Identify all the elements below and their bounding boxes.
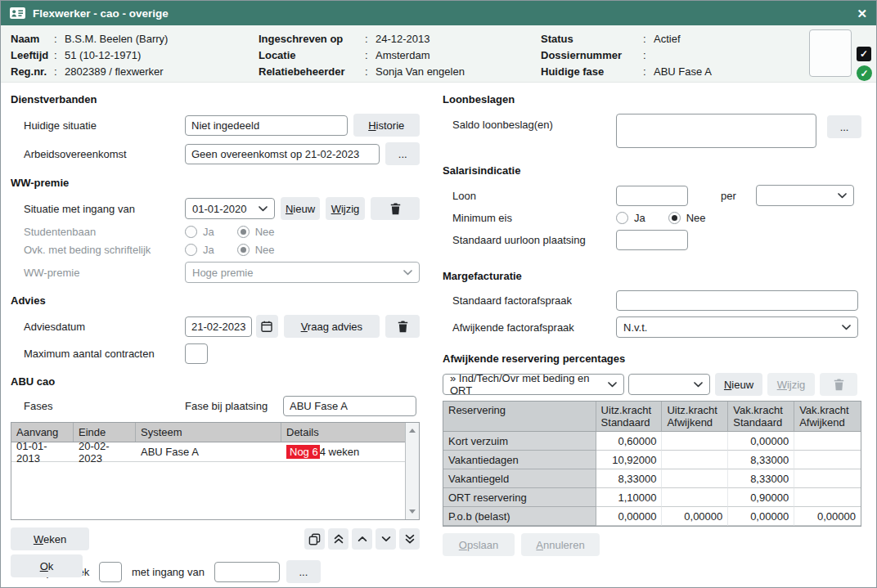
col-vakkracht-standaard[interactable]: Vak.krachtStandaard (728, 402, 794, 431)
info-relatiebeheerder: Relatiebeheerder:Sonja Van engelen (259, 64, 465, 79)
move-first-button[interactable] (328, 528, 349, 550)
col-uitzkracht-afwijkend[interactable]: Uitz.krachtAfwijkend (662, 402, 728, 431)
chevron-down-icon (259, 206, 268, 212)
afwijkende-factorafspraak-label: Afwijkende factorafspraak (443, 321, 616, 334)
table-row[interactable]: ORT reservering 1,10000 0,90000 (443, 488, 861, 507)
situatie-ingang-label: Situatie met ingang van (11, 203, 185, 215)
reservering-table-header: Reservering Uitz.krachtStandaard Uitz.kr… (443, 402, 861, 432)
per-label: per (721, 190, 736, 202)
col-vakkracht-afwijkend[interactable]: Vak.krachtAfwijkend (794, 402, 861, 431)
loon-input[interactable] (616, 186, 688, 206)
section-loonbeslagen: Loonbeslagen Saldo loonbeslag(en) ... (443, 93, 861, 148)
annuleren-button[interactable]: Annuleren (521, 533, 600, 556)
huidige-situatie-input[interactable] (185, 115, 348, 136)
cao-periodiek-datum-input[interactable] (214, 562, 280, 582)
trash-icon (834, 379, 844, 391)
afwijkende-factorafspraak-select[interactable]: N.v.t. (616, 316, 858, 338)
minimum-eis-label: Minimum eis (443, 212, 616, 224)
right-column: Loonbeslagen Saldo loonbeslag(en) ... Sa… (443, 93, 861, 568)
situatie-ingang-select[interactable]: 01-01-2020 (185, 198, 275, 219)
col-systeem[interactable]: Systeem (136, 423, 281, 442)
dialog-body: Dienstverbanden Huidige situatie Histori… (1, 83, 876, 588)
info-dossiernummer: Dossiernummer: (541, 47, 712, 63)
studentenbaan-label: Studentenbaan (11, 226, 185, 238)
fases-table-scrollbar[interactable] (405, 423, 419, 519)
arbeidsovereenkomst-input[interactable] (185, 144, 380, 164)
green-check-icon: ✓ (857, 65, 872, 81)
advies-delete-button[interactable] (385, 315, 420, 338)
col-reservering[interactable]: Reservering (443, 402, 596, 431)
ok-button[interactable]: Ok (11, 554, 83, 577)
per-select[interactable] (756, 185, 854, 206)
chevron-down-icon (608, 382, 617, 388)
ovk-nee-radio[interactable] (237, 244, 250, 256)
cao-periodiek-more-button[interactable]: ... (286, 560, 321, 583)
move-down-button[interactable] (376, 528, 396, 550)
col-details[interactable]: Details (281, 423, 406, 442)
black-checkbox-checked[interactable]: ✓ (857, 47, 871, 61)
info-huidige-fase: Huidige fase:ABU Fase A (541, 64, 712, 79)
info-locatie: Locatie:Amsterdam (259, 47, 465, 63)
ww-nieuw-button[interactable]: Nieuw (281, 197, 320, 220)
table-row[interactable]: Vakantiegeld 8,33000 8,33000 (443, 469, 861, 488)
section-heading: Advies (11, 294, 420, 307)
calendar-button[interactable] (256, 315, 278, 338)
move-up-button[interactable] (352, 528, 372, 550)
flexwerker-dialog: Flexwerker - cao - overige ✕ Naam:B.S.M.… (0, 0, 877, 588)
table-row[interactable]: Vakantiedagen 10,92000 8,33000 (443, 451, 861, 469)
fases-table-row[interactable]: 01-01-2013 20-02-2023 ABU Fase A Nog 64 … (11, 442, 419, 462)
standaard-factorafspraak-input[interactable] (616, 290, 858, 311)
table-row[interactable]: P.o.b (belast) 0,00000 0,00000 0,00000 0… (443, 507, 861, 526)
left-column: Dienstverbanden Huidige situatie Histori… (11, 93, 420, 588)
fases-nav-icons (304, 528, 420, 550)
ovk-ja-radio[interactable] (185, 244, 197, 256)
saldo-loonbeslag-label: Saldo loonbeslag(en) (443, 114, 616, 131)
standaard-uurloon-input[interactable] (616, 230, 688, 250)
info-ingeschreven: Ingeschreven op:24-12-2013 (259, 31, 465, 47)
section-heading: Salarisindicatie (443, 164, 861, 177)
opslaan-button[interactable]: Opslaan (443, 533, 515, 556)
copy-button[interactable] (304, 528, 325, 550)
reservering-delete-button[interactable] (820, 373, 857, 396)
close-icon[interactable]: ✕ (857, 7, 867, 20)
minimum-eis-ja-radio[interactable] (616, 212, 628, 224)
studentenbaan-nee-radio[interactable] (237, 226, 250, 238)
fase-bij-plaatsing-input[interactable] (283, 396, 416, 416)
maximum-contracten-input[interactable] (185, 343, 208, 364)
reservering-nieuw-button[interactable]: Nieuw (715, 373, 762, 396)
ww-wijzig-button[interactable]: Wijzig (326, 197, 365, 220)
standaard-factorafspraak-label: Standaard factorafspraak (443, 294, 616, 307)
section-salarisindicatie: Salarisindicatie Loon per Minimum eis Ja… (443, 164, 861, 250)
chevron-down-icon (842, 325, 851, 330)
table-row[interactable]: Kort verzuim 0,60000 0,00000 (443, 432, 861, 451)
scroll-up-icon[interactable] (409, 429, 416, 433)
historie-button[interactable]: Historie (353, 114, 421, 137)
saldo-loonbeslag-box[interactable] (616, 114, 816, 148)
adviesdatum-label: Adviesdatum (11, 321, 185, 333)
info-ingeschreven-value: 24-12-2013 (376, 31, 430, 47)
adviesdatum-input[interactable] (185, 316, 252, 337)
reservering-date-select[interactable] (628, 374, 710, 395)
arbeidsovereenkomst-more-button[interactable]: ... (385, 142, 420, 165)
saldo-more-button[interactable]: ... (827, 115, 861, 138)
minimum-eis-nee-radio[interactable] (668, 212, 681, 224)
huidige-situatie-label: Huidige situatie (11, 119, 185, 132)
move-last-button[interactable] (399, 528, 420, 550)
standaard-uurloon-label: Standaard uurloon plaatsing (443, 234, 616, 246)
reservering-scheme-select[interactable]: » Ind/Tech/Ovr met beding en ORT (443, 374, 624, 395)
studentenbaan-ja-radio[interactable] (185, 226, 197, 238)
photo-placeholder[interactable] (809, 29, 852, 77)
scroll-down-icon[interactable] (409, 509, 416, 514)
section-heading: Afwijkende reservering percentages (443, 352, 861, 365)
ww-premie-select[interactable]: Hoge premie (185, 262, 420, 283)
col-uitzkracht-standaard[interactable]: Uitz.krachtStandaard (596, 402, 663, 431)
fases-label: Fases (11, 400, 185, 412)
reservering-wijzig-button[interactable]: Wijzig (767, 373, 815, 396)
fase-bij-plaatsing-label: Fase bij plaatsing (185, 400, 283, 412)
weken-button[interactable]: Weken (11, 527, 89, 550)
vraag-advies-button[interactable]: Vraag advies (284, 315, 380, 338)
cao-periodiek-input[interactable] (99, 562, 122, 582)
ww-delete-button[interactable] (371, 197, 420, 220)
section-ww-premie: WW-premie Situatie met ingang van 01-01-… (11, 177, 420, 283)
info-locatie-value: Amsterdam (376, 47, 430, 63)
